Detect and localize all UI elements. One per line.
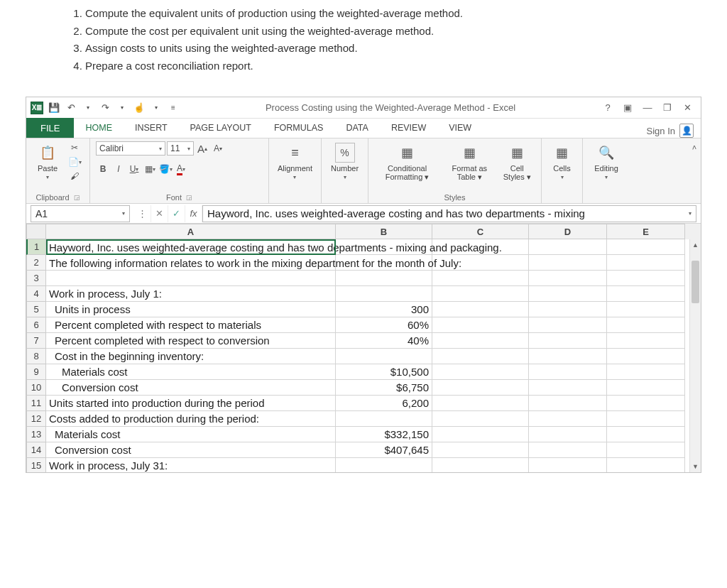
spreadsheet-grid[interactable]: A B C D E 1234Work in process, July 1:5U… [26, 224, 701, 472]
cell[interactable]: Conversion cost [46, 380, 336, 396]
cell[interactable] [529, 286, 607, 302]
cell[interactable] [432, 349, 529, 364]
fb-more-icon[interactable]: ⋮ [134, 205, 151, 222]
cell[interactable] [529, 349, 607, 364]
cell[interactable] [432, 396, 529, 411]
row-header[interactable]: 7 [26, 333, 46, 349]
cell[interactable] [529, 380, 607, 396]
font-dialog-launcher[interactable]: ◲ [186, 194, 192, 201]
undo-icon[interactable]: ↶ [65, 102, 77, 114]
cells-button[interactable]: ▦ Cells ▾ [547, 141, 578, 182]
cell[interactable] [432, 364, 529, 380]
cell[interactable] [432, 427, 529, 442]
tab-data[interactable]: DATA [334, 118, 379, 138]
cancel-entry-icon[interactable]: ✕ [151, 205, 168, 222]
ribbon-collapse-icon[interactable]: ʌ [692, 143, 696, 151]
cell[interactable] [336, 458, 432, 472]
cell[interactable]: Percent completed with respect to materi… [46, 317, 336, 333]
cell[interactable] [529, 333, 607, 349]
cell[interactable]: Materials cost [46, 427, 336, 442]
cell[interactable]: Units in process [46, 302, 336, 317]
cell[interactable] [46, 255, 336, 271]
cell[interactable] [607, 317, 685, 333]
minimize-button[interactable]: — [641, 102, 654, 114]
grow-font-icon[interactable]: A▴ [195, 142, 209, 155]
cell[interactable]: Work in process, July 1: [46, 286, 336, 302]
fill-color-icon[interactable]: 🪣 ▾ [158, 163, 173, 175]
fx-button[interactable]: fx [185, 205, 202, 222]
cell[interactable]: Costs added to production during the per… [46, 411, 336, 427]
editing-button[interactable]: 🔍 Editing ▾ [591, 141, 622, 182]
cell[interactable] [529, 255, 607, 271]
qat-dd-1[interactable]: ▾ [82, 102, 94, 114]
cell[interactable] [336, 349, 432, 364]
cell[interactable]: Materials cost [46, 364, 336, 380]
cell[interactable]: 6,200 [336, 396, 432, 411]
cell[interactable] [336, 271, 432, 286]
row-header[interactable]: 3 [26, 271, 46, 286]
col-header-B[interactable]: B [336, 224, 432, 239]
underline-button[interactable]: U ▾ [127, 163, 141, 175]
row-header[interactable]: 15 [26, 458, 46, 472]
row-header[interactable]: 10 [26, 380, 46, 396]
cell[interactable]: 60% [336, 317, 432, 333]
cell[interactable] [432, 411, 529, 427]
row-header[interactable]: 11 [26, 396, 46, 411]
cell[interactable] [432, 286, 529, 302]
cell[interactable] [607, 458, 685, 472]
cell[interactable] [607, 333, 685, 349]
scroll-down-icon[interactable]: ▼ [690, 461, 701, 472]
tab-review[interactable]: REVIEW [380, 118, 437, 138]
col-header-C[interactable]: C [432, 224, 529, 239]
cell[interactable] [607, 286, 685, 302]
row-header[interactable]: 13 [26, 427, 46, 442]
cell[interactable] [607, 380, 685, 396]
touch-mode-icon[interactable]: ☝ [133, 102, 146, 114]
tab-file[interactable]: FILE [26, 118, 74, 138]
cell[interactable] [432, 271, 529, 286]
cell[interactable]: Work in process, July 31: [46, 458, 336, 472]
ribbon-display-options[interactable]: ▣ [621, 102, 634, 114]
tab-home[interactable]: HOME [74, 118, 124, 138]
row-header[interactable]: 6 [26, 317, 46, 333]
cell[interactable] [607, 442, 685, 458]
enter-entry-icon[interactable]: ✓ [168, 205, 185, 222]
bold-button[interactable]: B [96, 163, 110, 175]
row-header[interactable]: 8 [26, 349, 46, 364]
close-button[interactable]: ✕ [681, 102, 694, 114]
shrink-font-icon[interactable]: A▾ [211, 142, 225, 155]
scroll-up-icon[interactable]: ▲ [690, 239, 701, 251]
conditional-formatting-button[interactable]: ▦ Conditional Formatting ▾ [374, 141, 440, 183]
row-header[interactable]: 14 [26, 442, 46, 458]
tab-insert[interactable]: INSERT [124, 118, 179, 138]
row-header[interactable]: 4 [26, 286, 46, 302]
select-all-corner[interactable] [26, 224, 46, 239]
format-painter-icon[interactable]: 🖌 [67, 170, 82, 183]
font-name-input[interactable]: Calibri▾ [96, 141, 165, 156]
tab-view[interactable]: VIEW [437, 118, 483, 138]
help-button[interactable]: ? [601, 102, 614, 114]
format-as-table-button[interactable]: ▦ Format as Table ▾ [444, 141, 494, 183]
redo-icon[interactable]: ↷ [99, 102, 111, 114]
col-header-E[interactable]: E [607, 224, 685, 239]
cell[interactable] [607, 271, 685, 286]
cell[interactable] [336, 411, 432, 427]
copy-icon[interactable]: 📄▾ [67, 156, 82, 168]
save-icon[interactable]: 💾 [48, 102, 60, 114]
cell[interactable] [529, 396, 607, 411]
cell[interactable] [529, 239, 607, 255]
paste-button[interactable]: 📋 Paste ▾ [32, 141, 63, 182]
italic-button[interactable]: I [111, 163, 126, 175]
row-header[interactable]: 9 [26, 364, 46, 380]
cell[interactable]: $6,750 [336, 380, 432, 396]
restore-button[interactable]: ❐ [661, 102, 674, 114]
cell[interactable] [607, 396, 685, 411]
cell[interactable] [336, 239, 432, 255]
cell-styles-button[interactable]: ▦ Cell Styles ▾ [499, 141, 535, 183]
cell[interactable]: 300 [336, 302, 432, 317]
sign-in[interactable]: Sign In 👤 [647, 124, 701, 138]
cell[interactable] [607, 427, 685, 442]
row-header[interactable]: 12 [26, 411, 46, 427]
cell[interactable] [607, 302, 685, 317]
cell[interactable] [432, 333, 529, 349]
